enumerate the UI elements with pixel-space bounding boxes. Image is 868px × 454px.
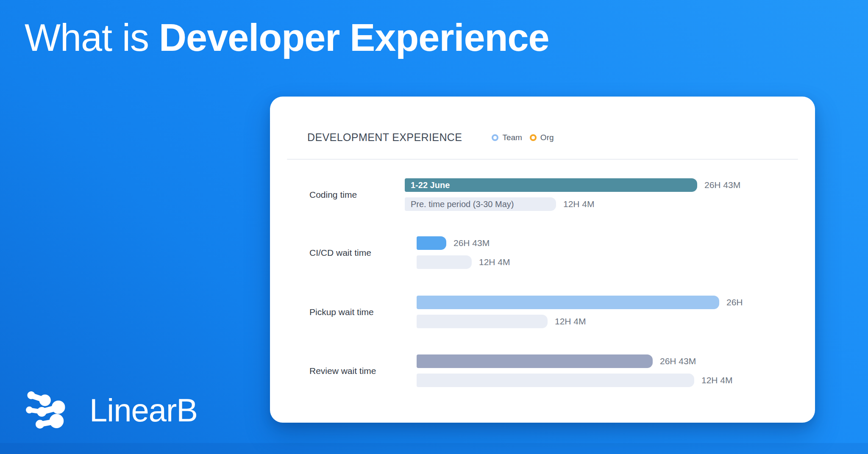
current-bar-value: 26H 43M xyxy=(453,238,490,248)
previous-period-bar[interactable] xyxy=(417,255,472,269)
bar-stack: 26H 43M 12H 4M xyxy=(405,236,510,269)
linearb-logo: LinearB xyxy=(23,389,198,431)
current-bar-line: 26H xyxy=(417,296,743,309)
previous-period-bar[interactable] xyxy=(417,315,548,328)
chart-row-coding-time: Coding time 1-22 June 26H 43M Pre. time … xyxy=(309,178,794,211)
previous-bar-value: 12H 4M xyxy=(563,199,595,209)
previous-period-bar[interactable] xyxy=(417,374,694,387)
previous-bar-line: 12H 4M xyxy=(417,374,733,387)
legend-label-team: Team xyxy=(502,133,522,142)
previous-bar-line: Pre. time period (3-30 May) 12H 4M xyxy=(405,197,740,211)
current-bar-line: 1-22 June 26H 43M xyxy=(405,178,740,192)
current-bar-value: 26H xyxy=(726,297,743,307)
page-title-bold: Developer Experience xyxy=(159,17,549,59)
current-period-bar[interactable] xyxy=(417,354,653,368)
chart-card-header: DEVELOPMENT EXPERIENCE Team Org xyxy=(307,131,790,144)
previous-bar-line: 12H 4M xyxy=(417,315,743,328)
current-bar-value: 26H 43M xyxy=(660,356,696,366)
chart-legend: Team Org xyxy=(492,133,554,142)
previous-bar-line: 12H 4M xyxy=(417,255,510,269)
current-bar-line: 26H 43M xyxy=(417,354,733,368)
row-label: Coding time xyxy=(309,178,405,211)
current-bar-line: 26H 43M xyxy=(417,236,510,250)
current-period-bar[interactable]: 1-22 June xyxy=(405,178,697,192)
current-period-bar[interactable] xyxy=(417,296,719,309)
current-bar-value: 26H 43M xyxy=(704,180,740,190)
row-label: Pickup wait time xyxy=(309,296,405,328)
legend-item-team[interactable]: Team xyxy=(492,133,522,142)
previous-bar-value: 12H 4M xyxy=(701,375,733,385)
linearb-logo-text: LinearB xyxy=(89,392,198,429)
linearb-logo-icon xyxy=(23,389,75,431)
bar-stack: 26H 12H 4M xyxy=(405,296,743,328)
row-label: Review wait time xyxy=(309,354,405,387)
chart-row-pickup-wait-time: Pickup wait time 26H 12H 4M xyxy=(309,296,794,328)
previous-bar-value: 12H 4M xyxy=(479,257,510,267)
previous-bar-value: 12H 4M xyxy=(555,316,586,327)
previous-period-bar[interactable]: Pre. time period (3-30 May) xyxy=(405,197,556,211)
team-ring-icon xyxy=(492,134,498,141)
org-ring-icon xyxy=(530,134,537,141)
legend-item-org[interactable]: Org xyxy=(530,133,554,142)
page-title-regular: What is xyxy=(25,17,159,59)
chart-row-cicd-wait-time: CI/CD wait time 26H 43M 12H 4M xyxy=(309,236,794,269)
bar-stack: 26H 43M 12H 4M xyxy=(405,354,733,387)
chart-card: DEVELOPMENT EXPERIENCE Team Org Coding t… xyxy=(270,97,815,423)
chart-row-review-wait-time: Review wait time 26H 43M 12H 4M xyxy=(309,354,794,387)
header-divider xyxy=(287,159,798,160)
page-background: What is Developer Experience DEVELOPMENT… xyxy=(0,0,868,454)
chart-title: DEVELOPMENT EXPERIENCE xyxy=(307,131,462,144)
row-label: CI/CD wait time xyxy=(309,236,405,269)
page-title: What is Developer Experience xyxy=(25,16,549,60)
legend-label-org: Org xyxy=(540,133,554,142)
bar-stack: 1-22 June 26H 43M Pre. time period (3-30… xyxy=(405,178,740,211)
current-period-bar[interactable] xyxy=(417,236,446,250)
